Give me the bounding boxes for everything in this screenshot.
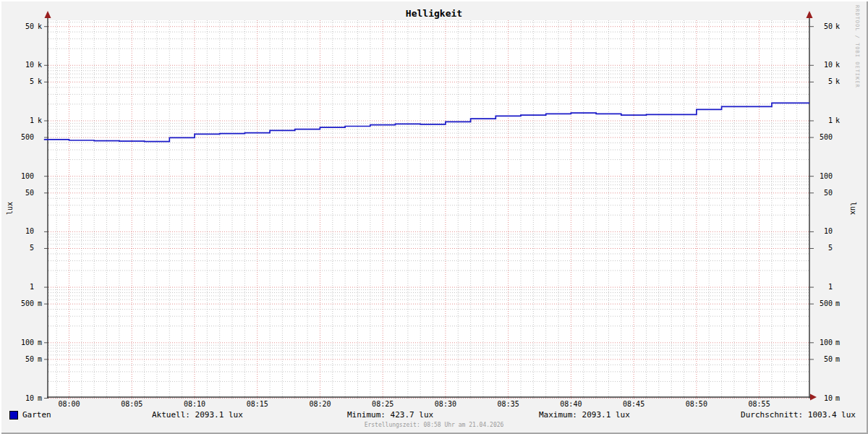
stat-aktuell: Aktuell: 2093.1 lux [152,410,243,420]
legend-label-garten: Garten [22,410,51,420]
legend-swatch [9,411,18,420]
rrdtool-graph: 50k50k10k10k5k5k1k1k50050010010050501010… [0,0,868,434]
chart-canvas [0,0,868,434]
y-axis-unit-left: lux [6,202,14,215]
stat-minimum: Minimum: 423.7 lux [347,410,433,420]
y-axis-unit-right: lux [849,202,857,215]
stat-durchschnitt: Durchschnitt: 1003.4 lux [741,410,856,420]
x-axis-arrow [810,394,817,401]
plot-background [48,20,809,397]
rrdtool-watermark: RRDTOOL / TOBI OETIKER [854,5,860,88]
stat-maximum: Maximum: 2093.1 lux [539,410,630,420]
chart-title: Helligkeit [0,8,868,19]
creation-timestamp: Erstellungszeit: 08:58 Uhr am 21.04.2026 [0,422,868,428]
